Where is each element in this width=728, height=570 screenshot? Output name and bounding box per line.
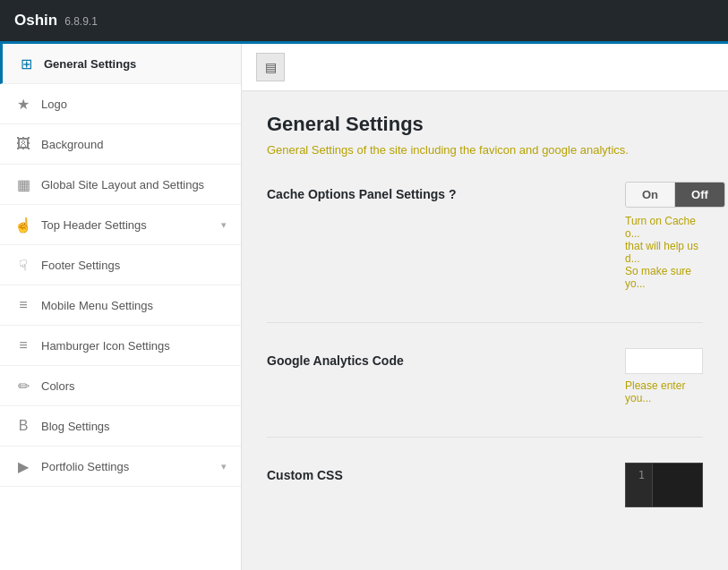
content-toolbar: ▤ [242,44,728,91]
sidebar-icon-hamburger-icon-settings: ≡ [14,336,32,354]
sidebar-icon-logo: ★ [14,95,32,113]
brand: Oshin 6.8.9.1 [14,12,98,30]
sidebar-item-colors[interactable]: ✏Colors [0,366,241,406]
sidebar-label-background: Background [41,138,227,151]
sidebar-label-footer-settings: Footer Settings [41,259,227,272]
sidebar-label-mobile-menu-settings: Mobile Menu Settings [41,299,227,312]
sidebar-icon-blog-settings: B [14,417,32,435]
sidebar-icon-footer-settings: ☟ [14,256,32,274]
toggle-group-cache: On Off [625,182,725,208]
sidebar-item-global-site-layout[interactable]: ▦Global Site Layout and Settings [0,165,241,205]
setting-cache-options: Cache Options Panel Settings ? On Off Tu… [267,182,703,290]
sidebar-label-hamburger-icon-settings: Hamburger Icon Settings [41,339,227,353]
sidebar-icon-background: 🖼 [14,135,32,153]
sidebar-item-footer-settings[interactable]: ☟Footer Settings [0,245,241,285]
toggle-off-button[interactable]: Off [675,183,724,207]
divider-2 [267,437,703,438]
toggle-on-button[interactable]: On [626,183,675,207]
sidebar-icon-general-settings: ⊞ [17,55,35,72]
sidebar-item-blog-settings[interactable]: BBlog Settings [0,406,241,447]
setting-custom-css: Custom CSS 1 [267,463,703,507]
code-content[interactable] [653,464,702,506]
analytics-help-text: Please enter you... [625,379,703,404]
sidebar-label-blog-settings: Blog Settings [41,420,227,433]
google-analytics-input[interactable] [625,348,703,374]
sidebar-label-logo: Logo [41,98,227,111]
setting-label-cache: Cache Options Panel Settings ? [267,182,589,201]
sidebar-label-top-header-settings: Top Header Settings [41,218,212,232]
sidebar-icon-portfolio-settings: ▶ [14,457,32,475]
sidebar-icon-mobile-menu-settings: ≡ [14,296,32,314]
setting-label-analytics: Google Analytics Code [267,348,589,368]
sidebar-item-top-header-settings[interactable]: ☝Top Header Settings▾ [0,205,241,245]
setting-google-analytics: Google Analytics Code Please enter you..… [267,348,703,404]
sidebar-icon-colors: ✏ [14,377,32,395]
top-bar: Oshin 6.8.9.1 [0,0,728,41]
cache-help-text: Turn on Cache o...that will help us d...… [625,215,703,290]
sidebar-label-colors: Colors [41,379,227,393]
sidebar-icon-top-header-settings: ☝ [14,216,32,234]
layout-icon: ▤ [265,60,277,74]
main-layout: ⊞General Settings★Logo🖼Background▦Global… [0,44,728,570]
sidebar: ⊞General Settings★Logo🖼Background▦Global… [0,44,242,570]
line-number-1: 1 [633,469,645,481]
sidebar-icon-global-site-layout: ▦ [14,175,32,193]
toolbar-icon-button[interactable]: ▤ [256,53,285,81]
sidebar-item-general-settings[interactable]: ⊞General Settings [0,44,241,84]
setting-label-css: Custom CSS [267,463,589,482]
code-editor[interactable]: 1 [625,463,703,507]
page-subtitle: General Settings of the site including t… [267,143,703,157]
line-numbers: 1 [626,464,653,506]
sidebar-label-portfolio-settings: Portfolio Settings [41,460,212,473]
sidebar-item-portfolio-settings[interactable]: ▶Portfolio Settings▾ [0,447,241,487]
chevron-down-icon-portfolio-settings: ▾ [221,461,227,472]
sidebar-item-logo[interactable]: ★Logo [0,84,241,124]
sidebar-item-hamburger-icon-settings[interactable]: ≡Hamburger Icon Settings [0,326,241,366]
page-title: General Settings [267,113,703,136]
brand-title: Oshin [14,12,57,30]
divider-1 [267,322,703,323]
sidebar-item-background[interactable]: 🖼Background [0,124,241,165]
brand-version: 6.8.9.1 [64,15,98,28]
chevron-down-icon-top-header-settings: ▾ [221,219,227,231]
sidebar-label-global-site-layout: Global Site Layout and Settings [41,178,227,191]
sidebar-label-general-settings: General Settings [44,57,227,71]
sidebar-item-mobile-menu-settings[interactable]: ≡Mobile Menu Settings [0,285,241,326]
content-area: ▤ General Settings General Settings of t… [242,44,728,570]
content-inner: General Settings General Settings of the… [242,91,728,561]
